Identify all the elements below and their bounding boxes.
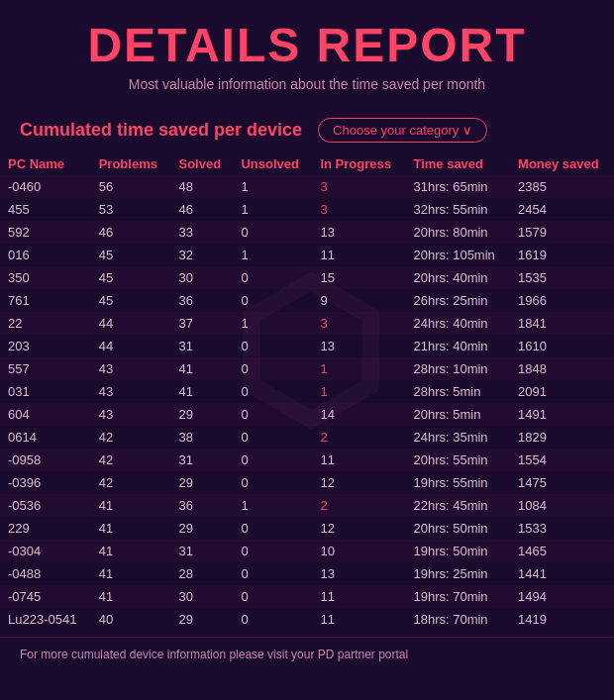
- cell-time-saved: 20hrs: 105min: [405, 244, 510, 266]
- table-row: 229412901220hrs: 50min1533: [0, 517, 614, 540]
- cell-pc-name: -0460: [0, 175, 91, 198]
- cell-problems: 45: [91, 289, 171, 312]
- table-row: 592463301320hrs: 80min1579: [0, 221, 614, 244]
- cell-solved: 28: [171, 562, 234, 585]
- cell-time-saved: 18hrs: 70min: [405, 608, 510, 631]
- cell-solved: 29: [171, 403, 234, 426]
- table-row: -0488412801319hrs: 25min1441: [0, 562, 614, 585]
- cell-in-progress: 2: [312, 494, 405, 517]
- cell-money-saved: 2091: [510, 380, 614, 403]
- cell-problems: 41: [91, 585, 171, 608]
- cell-unsolved: 0: [233, 426, 312, 449]
- details-table: PC NameProblemsSolvedUnsolvedIn Progress…: [0, 150, 614, 631]
- cell-problems: 42: [91, 426, 171, 449]
- table-row: -053641361222hrs: 45min1084: [0, 494, 614, 517]
- page-title: DETAILS REPORT: [20, 20, 594, 72]
- cell-time-saved: 21hrs: 40min: [405, 335, 510, 357]
- table-row: 016453211120hrs: 105min1619: [0, 244, 614, 266]
- cell-money-saved: 1441: [510, 562, 614, 585]
- cell-time-saved: 20hrs: 80min: [405, 221, 510, 244]
- cell-pc-name: 455: [0, 198, 91, 221]
- cell-money-saved: 1419: [510, 608, 614, 631]
- cell-problems: 44: [91, 335, 171, 357]
- cell-in-progress: 10: [312, 540, 405, 562]
- category-dropdown-button[interactable]: Choose your category ∨: [318, 118, 487, 143]
- cell-money-saved: 1554: [510, 449, 614, 471]
- cell-problems: 45: [91, 244, 171, 266]
- cell-in-progress: 12: [312, 471, 405, 494]
- cell-in-progress: 14: [312, 403, 405, 426]
- cell-in-progress: 13: [312, 221, 405, 244]
- cell-unsolved: 0: [233, 517, 312, 540]
- cell-in-progress: 1: [312, 380, 405, 403]
- cell-problems: 41: [91, 517, 171, 540]
- table-row: 2244371324hrs: 40min1841: [0, 312, 614, 335]
- cell-money-saved: 2385: [510, 175, 614, 198]
- cell-pc-name: 557: [0, 357, 91, 380]
- cell-in-progress: 11: [312, 244, 405, 266]
- cell-pc-name: 604: [0, 403, 91, 426]
- cell-pc-name: -0958: [0, 449, 91, 471]
- cell-money-saved: 1841: [510, 312, 614, 335]
- cell-unsolved: 1: [233, 494, 312, 517]
- cell-unsolved: 0: [233, 289, 312, 312]
- cell-solved: 48: [171, 175, 234, 198]
- cell-solved: 41: [171, 380, 234, 403]
- cell-time-saved: 20hrs: 5min: [405, 403, 510, 426]
- cell-unsolved: 0: [233, 449, 312, 471]
- cell-solved: 46: [171, 198, 234, 221]
- cell-money-saved: 1465: [510, 540, 614, 562]
- cell-unsolved: 0: [233, 335, 312, 357]
- cell-time-saved: 19hrs: 25min: [405, 562, 510, 585]
- cell-in-progress: 9: [312, 289, 405, 312]
- cell-problems: 53: [91, 198, 171, 221]
- section-title: Cumulated time saved per device: [20, 120, 302, 141]
- cell-unsolved: 0: [233, 380, 312, 403]
- cell-time-saved: 24hrs: 35min: [405, 426, 510, 449]
- cell-time-saved: 26hrs: 25min: [405, 289, 510, 312]
- table-row: -0396422901219hrs: 55min1475: [0, 471, 614, 494]
- cell-problems: 42: [91, 449, 171, 471]
- column-header-time-saved: Time saved: [405, 150, 510, 175]
- table-row: 45553461332hrs: 55min2454: [0, 198, 614, 221]
- cell-unsolved: 1: [233, 244, 312, 266]
- cell-solved: 29: [171, 517, 234, 540]
- column-header-pc-name: PC Name: [0, 150, 91, 175]
- cell-unsolved: 0: [233, 585, 312, 608]
- column-header-money-saved: Money saved: [510, 150, 614, 175]
- cell-in-progress: 3: [312, 312, 405, 335]
- footer-note: For more cumulated device information pl…: [0, 637, 614, 671]
- cell-solved: 41: [171, 357, 234, 380]
- cell-unsolved: 0: [233, 562, 312, 585]
- table-row: -0745413001119hrs: 70min1494: [0, 585, 614, 608]
- cell-money-saved: 1966: [510, 289, 614, 312]
- cell-problems: 43: [91, 403, 171, 426]
- cell-solved: 30: [171, 266, 234, 289]
- cell-problems: 41: [91, 562, 171, 585]
- cell-pc-name: 203: [0, 335, 91, 357]
- table-row: 604432901420hrs: 5min1491: [0, 403, 614, 426]
- cell-unsolved: 0: [233, 608, 312, 631]
- cell-solved: 38: [171, 426, 234, 449]
- cell-solved: 36: [171, 494, 234, 517]
- cell-solved: 31: [171, 449, 234, 471]
- cell-time-saved: 24hrs: 40min: [405, 312, 510, 335]
- cell-pc-name: 229: [0, 517, 91, 540]
- cell-in-progress: 15: [312, 266, 405, 289]
- cell-unsolved: 1: [233, 312, 312, 335]
- cell-problems: 45: [91, 266, 171, 289]
- cell-problems: 42: [91, 471, 171, 494]
- cell-in-progress: 11: [312, 585, 405, 608]
- cell-in-progress: 2: [312, 426, 405, 449]
- table-row: -046056481331hrs: 65min2385: [0, 175, 614, 198]
- cell-money-saved: 1829: [510, 426, 614, 449]
- cell-pc-name: -0536: [0, 494, 91, 517]
- cell-in-progress: 12: [312, 517, 405, 540]
- cell-pc-name: -0304: [0, 540, 91, 562]
- cell-time-saved: 20hrs: 50min: [405, 517, 510, 540]
- cell-in-progress: 3: [312, 175, 405, 198]
- cell-money-saved: 1491: [510, 403, 614, 426]
- cell-money-saved: 1579: [510, 221, 614, 244]
- cell-time-saved: 28hrs: 10min: [405, 357, 510, 380]
- cell-problems: 41: [91, 494, 171, 517]
